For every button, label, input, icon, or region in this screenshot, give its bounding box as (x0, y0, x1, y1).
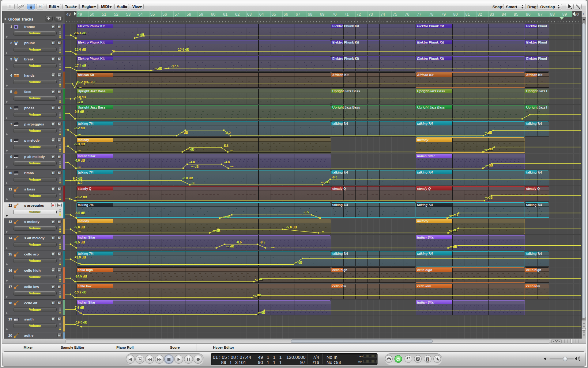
svg-text:S: S (427, 358, 429, 361)
